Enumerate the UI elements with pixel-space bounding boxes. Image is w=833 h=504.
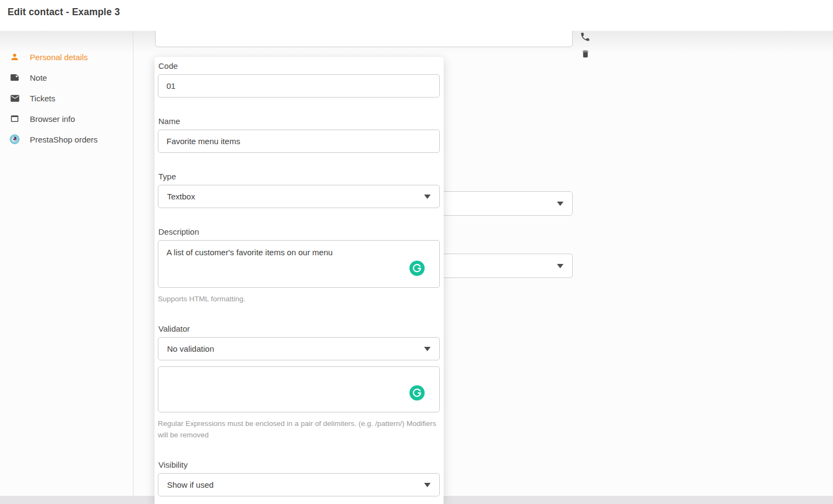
page-header: Edit contact - Example 3 bbox=[0, 0, 833, 31]
sidebar-item-label: Note bbox=[30, 73, 47, 82]
name-input[interactable] bbox=[158, 130, 440, 153]
sidebar-item-tickets[interactable]: Tickets bbox=[0, 88, 133, 108]
description-textarea[interactable]: A list of customer's favorite items on o… bbox=[158, 240, 440, 288]
type-select-value: Textbox bbox=[167, 192, 195, 201]
person-icon bbox=[9, 51, 20, 62]
validator-label: Validator bbox=[158, 324, 440, 333]
sidebar-item-label: Browser info bbox=[30, 114, 75, 124]
validator-hint: Regular Expressions must be enclosed in … bbox=[158, 418, 440, 441]
sidebar-item-label: PrestaShop orders bbox=[30, 135, 98, 144]
chevron-down-icon bbox=[557, 202, 563, 206]
visibility-label: Visibility bbox=[158, 460, 440, 469]
visibility-select-value: Show if used bbox=[167, 480, 214, 489]
description-label: Description bbox=[158, 227, 440, 236]
type-label: Type bbox=[158, 172, 440, 181]
note-icon bbox=[9, 72, 20, 83]
sidebar-item-label: Personal details bbox=[30, 53, 88, 62]
phone-icon[interactable] bbox=[580, 31, 591, 42]
edit-field-panel: Code Name Type Textbox Description A lis… bbox=[155, 57, 444, 504]
page-title: Edit contact - Example 3 bbox=[8, 7, 120, 18]
code-input[interactable] bbox=[158, 74, 440, 98]
browser-window-icon bbox=[9, 113, 20, 124]
sidebar-item-label: Tickets bbox=[30, 94, 55, 103]
validator-pattern-textarea[interactable] bbox=[158, 366, 440, 412]
validator-select-value: No validation bbox=[167, 344, 214, 353]
chevron-down-icon bbox=[424, 347, 431, 351]
description-hint: Supports HTML formatting. bbox=[158, 293, 440, 305]
sidebar-item-personal-details[interactable]: Personal details bbox=[0, 47, 133, 67]
chevron-down-icon bbox=[424, 483, 431, 487]
type-select[interactable]: Textbox bbox=[158, 185, 440, 208]
name-label: Name bbox=[158, 117, 440, 126]
chevron-down-icon bbox=[424, 195, 431, 199]
grammarly-icon[interactable] bbox=[409, 261, 425, 276]
grammarly-icon[interactable] bbox=[409, 385, 425, 400]
chevron-down-icon bbox=[557, 264, 563, 268]
sidebar-item-prestashop-orders[interactable]: PrestaShop orders bbox=[0, 129, 133, 150]
sidebar-item-browser-info[interactable]: Browser info bbox=[0, 108, 133, 129]
envelope-icon bbox=[9, 93, 20, 104]
sidebar: Personal details Note Tickets Browser in… bbox=[0, 31, 133, 496]
validator-select[interactable]: No validation bbox=[158, 337, 440, 360]
code-label: Code bbox=[158, 61, 440, 70]
prestashop-icon bbox=[9, 134, 20, 145]
trash-icon[interactable] bbox=[581, 49, 590, 59]
sidebar-nav: Personal details Note Tickets Browser in… bbox=[0, 47, 133, 150]
visibility-select[interactable]: Show if used bbox=[158, 473, 440, 496]
sidebar-item-note[interactable]: Note bbox=[0, 67, 133, 88]
